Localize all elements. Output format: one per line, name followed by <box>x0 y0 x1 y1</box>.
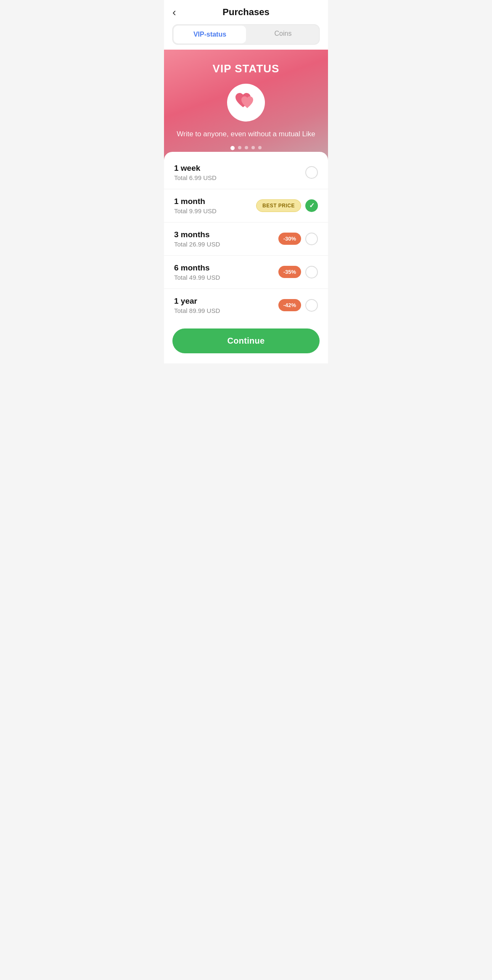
plan-year-right: -42% <box>278 299 318 312</box>
plan-6months-discount-badge: -35% <box>278 266 301 278</box>
plan-year-radio[interactable] <box>305 299 318 312</box>
plan-month-price: Total 9.99 USD <box>174 207 256 215</box>
plan-week-info: 1 week Total 6.99 USD <box>174 164 305 181</box>
plan-3months-duration: 3 months <box>174 230 278 239</box>
dot-5 <box>258 146 262 149</box>
plan-3months-info: 3 months Total 26.99 USD <box>174 230 278 248</box>
plan-3months-radio[interactable] <box>305 233 318 245</box>
plan-6months-price: Total 49.99 USD <box>174 274 278 281</box>
dot-4 <box>251 146 255 149</box>
page-title: Purchases <box>222 7 269 18</box>
dot-3 <box>245 146 248 149</box>
plan-week-radio[interactable] <box>305 166 318 179</box>
banner-subtitle: Write to anyone, even without a mutual L… <box>177 129 315 139</box>
plan-3months[interactable]: 3 months Total 26.99 USD -30% <box>164 222 328 256</box>
plan-month-radio[interactable] <box>305 199 318 212</box>
plan-week-price: Total 6.99 USD <box>174 174 305 181</box>
tab-vip-status[interactable]: VIP-status <box>174 26 246 43</box>
plan-month[interactable]: 1 month Total 9.99 USD BEST PRICE <box>164 189 328 222</box>
plan-6months-right: -35% <box>278 266 318 278</box>
plan-year-discount-badge: -42% <box>278 299 301 311</box>
plan-year-info: 1 year Total 89.99 USD <box>174 297 278 314</box>
plan-week-right <box>305 166 318 179</box>
plan-year[interactable]: 1 year Total 89.99 USD -42% <box>164 289 328 322</box>
plan-month-right: BEST PRICE <box>256 199 318 212</box>
plan-3months-price: Total 26.99 USD <box>174 241 278 248</box>
phone-container: ‹ Purchases VIP-status Coins VIP STATUS … <box>164 0 328 363</box>
plan-3months-discount-badge: -30% <box>278 233 301 245</box>
best-price-badge: BEST PRICE <box>256 199 301 212</box>
header: ‹ Purchases <box>164 0 328 24</box>
plan-6months-info: 6 months Total 49.99 USD <box>174 263 278 281</box>
heart-icon <box>235 91 257 114</box>
banner-title: VIP STATUS <box>213 62 280 75</box>
dot-1 <box>230 146 235 150</box>
vip-banner: VIP STATUS Write to anyone, even without… <box>164 50 328 160</box>
plan-year-price: Total 89.99 USD <box>174 307 278 314</box>
back-button[interactable]: ‹ <box>172 7 176 18</box>
tab-coins[interactable]: Coins <box>247 25 319 44</box>
dot-2 <box>238 146 241 149</box>
plan-6months-radio[interactable] <box>305 266 318 278</box>
continue-button[interactable]: Continue <box>172 328 320 353</box>
plan-3months-right: -30% <box>278 233 318 245</box>
plan-6months[interactable]: 6 months Total 49.99 USD -35% <box>164 256 328 289</box>
plan-6months-duration: 6 months <box>174 263 278 273</box>
banner-dots <box>230 146 262 150</box>
heart-icon-circle <box>227 84 265 122</box>
plan-week-duration: 1 week <box>174 164 305 173</box>
plan-month-info: 1 month Total 9.99 USD <box>174 197 256 215</box>
plan-year-duration: 1 year <box>174 297 278 306</box>
tab-bar: VIP-status Coins <box>172 24 320 45</box>
plan-month-duration: 1 month <box>174 197 256 206</box>
plans-container: 1 week Total 6.99 USD 1 month Total 9.99… <box>164 152 328 363</box>
plan-week[interactable]: 1 week Total 6.99 USD <box>164 156 328 189</box>
